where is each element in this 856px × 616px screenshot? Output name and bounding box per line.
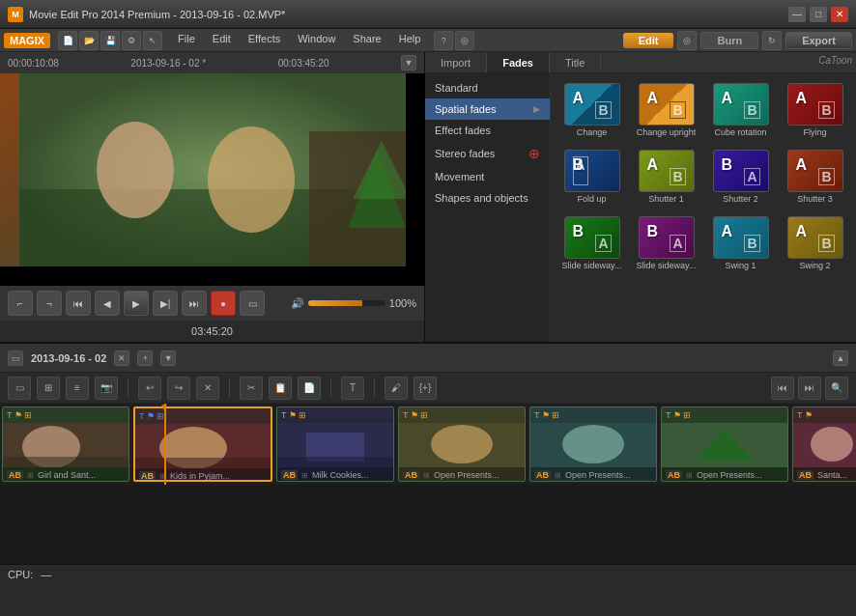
effect-fold-up-label: Fold up bbox=[577, 194, 606, 205]
clip-girl[interactable]: T ⚑ ⊞ AB ⊞ Girl and Sant... bbox=[2, 406, 129, 482]
close-button[interactable]: ✕ bbox=[831, 7, 848, 22]
effect-shutter2[interactable]: BA Shutter 2 bbox=[705, 146, 776, 209]
text-btn[interactable]: T bbox=[341, 377, 364, 400]
track-camera-btn[interactable]: 📷 bbox=[95, 377, 118, 400]
effect-swing1[interactable]: AB Swing 1 bbox=[705, 212, 776, 275]
curve-btn[interactable]: {+} bbox=[414, 377, 437, 400]
effect-swing2[interactable]: AB Swing 2 bbox=[780, 212, 850, 275]
title-bar: M Movie Edit Pro 2014 Premium - 2013-09-… bbox=[0, 0, 856, 29]
help-icon[interactable]: ? bbox=[434, 31, 453, 50]
timeline-expand-btn[interactable]: ▲ bbox=[833, 350, 848, 366]
menu-window[interactable]: Window bbox=[290, 31, 343, 50]
step-forward-button[interactable]: ▶| bbox=[153, 291, 178, 316]
cut-btn[interactable]: ✂ bbox=[240, 377, 263, 400]
stereo-icon: ⊕ bbox=[528, 146, 540, 161]
paste-btn[interactable]: 📄 bbox=[298, 377, 321, 400]
skip-end-btn[interactable]: ⏭ bbox=[798, 377, 821, 400]
skip-start-btn[interactable]: ⏮ bbox=[771, 377, 794, 400]
menu-share[interactable]: Share bbox=[345, 31, 388, 50]
track-list-btn[interactable]: ≡ bbox=[66, 377, 89, 400]
effect-flying-thumbnail: AB bbox=[787, 83, 843, 126]
playback-controls: ⌐ ¬ ⏮ ◀ ▶ ▶| ⏭ ● ▭ 🔊 100% bbox=[0, 286, 424, 321]
prev-frame-button[interactable]: ⏮ bbox=[66, 291, 91, 316]
menu-help[interactable]: Help bbox=[391, 31, 429, 50]
tab-burn-button[interactable]: Burn bbox=[700, 32, 758, 49]
effects-list-item-movement[interactable]: Movement bbox=[425, 166, 550, 187]
media-icon[interactable]: ◎ bbox=[455, 31, 474, 50]
next-frame-button[interactable]: ⏭ bbox=[182, 291, 207, 316]
redo-btn[interactable]: ↪ bbox=[167, 377, 190, 400]
clip-presents3[interactable]: T ⚑ ⊞ AB ⊞ Open Presents... bbox=[661, 406, 788, 482]
extra-button[interactable]: ▭ bbox=[240, 291, 265, 316]
effect-shutter2-label: Shutter 2 bbox=[723, 194, 758, 205]
menu-file[interactable]: File bbox=[170, 31, 203, 50]
effect-cube-rotation[interactable]: AB Cube rotation bbox=[705, 79, 776, 142]
clip-presents1-header: T ⚑ ⊞ bbox=[399, 407, 525, 423]
copy-btn[interactable]: 📋 bbox=[269, 377, 292, 400]
mark-out-button[interactable]: ¬ bbox=[37, 291, 62, 316]
undo-btn[interactable]: ↩ bbox=[138, 377, 161, 400]
effect-slide1[interactable]: BA Slide sideway... bbox=[556, 212, 627, 275]
volume-percent: 100% bbox=[389, 297, 416, 309]
mark-in-button[interactable]: ⌐ bbox=[8, 291, 33, 316]
effect-change-upright[interactable]: AB Change upright bbox=[631, 79, 701, 142]
settings-button[interactable]: ⚙ bbox=[122, 31, 141, 50]
menu-effects[interactable]: Effects bbox=[241, 31, 288, 50]
paint-btn[interactable]: 🖌 bbox=[385, 377, 408, 400]
effect-fold-up[interactable]: BA Fold up bbox=[556, 146, 627, 209]
step-back-button[interactable]: ◀ bbox=[95, 291, 120, 316]
clip-presents1[interactable]: T ⚑ ⊞ AB ⊞ Open Presents... bbox=[398, 406, 526, 482]
clip-kids[interactable]: T ⚑ ⊞ AB ⊞ Kids in Pyjam... bbox=[133, 406, 272, 482]
menu-edit[interactable]: Edit bbox=[205, 31, 239, 50]
effects-list-item-standard[interactable]: Standard bbox=[425, 77, 550, 98]
play-button[interactable]: ▶ bbox=[124, 291, 149, 316]
record-button[interactable]: ● bbox=[211, 291, 236, 316]
effects-list-item-stereo[interactable]: Stereo fades ⊕ bbox=[425, 141, 550, 166]
timeline-add-btn[interactable]: + bbox=[137, 350, 153, 366]
effects-list-item-shapes[interactable]: Shapes and objects bbox=[425, 187, 550, 209]
clip-santa[interactable]: T ⚑ AB Santa... bbox=[792, 406, 856, 482]
clip-presents2-footer: AB ⊞ Open Presents... bbox=[530, 467, 656, 482]
tab-title[interactable]: Title bbox=[550, 52, 601, 72]
timeline-tracks: T ⚑ ⊞ AB ⊞ Girl and Sant... bbox=[0, 404, 856, 566]
effect-slide1-label: Slide sideway... bbox=[562, 261, 622, 271]
minimize-button[interactable]: — bbox=[788, 7, 806, 22]
effects-list-item-effect[interactable]: Effect fades bbox=[425, 120, 550, 141]
preview-expand-button[interactable]: ▼ bbox=[401, 55, 416, 70]
clip-santa-footer: AB Santa... bbox=[793, 467, 856, 482]
effect-shutter1[interactable]: AB Shutter 1 bbox=[631, 146, 701, 209]
delete-btn[interactable]: ✕ bbox=[196, 377, 219, 400]
effect-flying[interactable]: AB Flying bbox=[780, 79, 850, 142]
effects-list-item-spatial[interactable]: Spatial fades ▶ bbox=[425, 98, 550, 120]
cursor-button[interactable]: ↖ bbox=[143, 31, 162, 50]
track-view-btn[interactable]: ▭ bbox=[8, 377, 31, 400]
tab-fades[interactable]: Fades bbox=[487, 52, 550, 72]
timeline-menu-btn[interactable]: ▼ bbox=[160, 350, 176, 366]
tab-export-button[interactable]: Export bbox=[785, 32, 852, 49]
clip-milk-footer: AB ⊞ Milk Cookies... bbox=[277, 467, 393, 482]
menu-bar: MAGIX 📄 📂 💾 ⚙ ↖ File Edit Effects Window… bbox=[0, 29, 856, 52]
timeline-header: ▭ 2013-09-16 - 02 ✕ + ▼ ▲ bbox=[0, 344, 856, 373]
timeline-close-btn[interactable]: ✕ bbox=[114, 350, 129, 366]
tab-edit-button[interactable]: Edit bbox=[623, 33, 674, 48]
effect-shutter3[interactable]: AB Shutter 3 bbox=[780, 146, 850, 209]
open-button[interactable]: 📂 bbox=[79, 31, 99, 50]
clip-milk[interactable]: T ⚑ ⊞ AB ⊞ Milk Cookies... bbox=[276, 406, 394, 482]
maximize-button[interactable]: □ bbox=[810, 7, 827, 22]
timeline-view-btn[interactable]: ▭ bbox=[8, 350, 23, 366]
zoom-btn[interactable]: 🔍 bbox=[825, 377, 848, 400]
refresh-icon: ↻ bbox=[762, 31, 782, 50]
save-button[interactable]: 💾 bbox=[100, 31, 120, 50]
new-button[interactable]: 📄 bbox=[58, 31, 77, 50]
effect-change[interactable]: AB Change bbox=[556, 79, 627, 142]
clip-flag-icon4: ⚑ bbox=[411, 410, 418, 420]
svg-point-24 bbox=[811, 427, 853, 462]
clip-santa-header: T ⚑ bbox=[793, 407, 856, 423]
effect-swing1-label: Swing 1 bbox=[725, 261, 756, 271]
clip-text-icon6: T bbox=[666, 410, 671, 420]
effect-slide2[interactable]: BA Slide sideway... bbox=[631, 212, 701, 275]
tab-import[interactable]: Import bbox=[425, 52, 487, 72]
clip-presents2[interactable]: T ⚑ ⊞ AB ⊞ Open Presents... bbox=[529, 406, 657, 482]
track-grid-btn[interactable]: ⊞ bbox=[37, 377, 60, 400]
volume-bar[interactable] bbox=[308, 300, 385, 306]
